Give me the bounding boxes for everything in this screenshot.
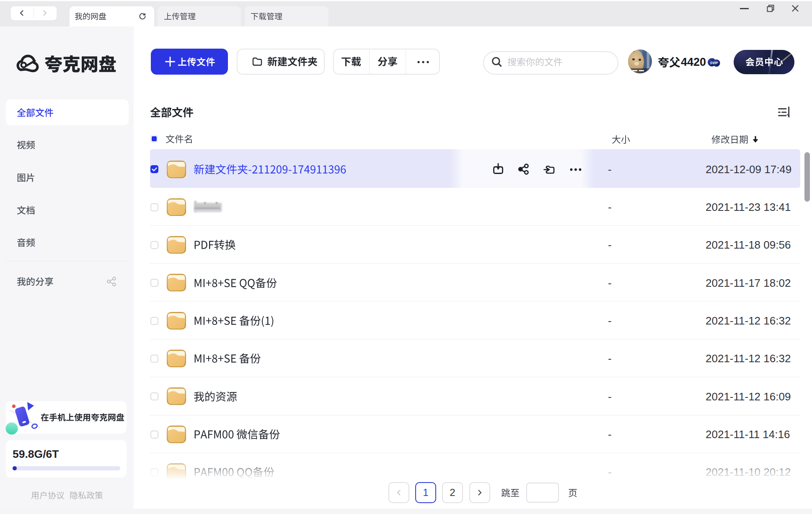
svg-text:SVIP: SVIP <box>710 61 718 65</box>
